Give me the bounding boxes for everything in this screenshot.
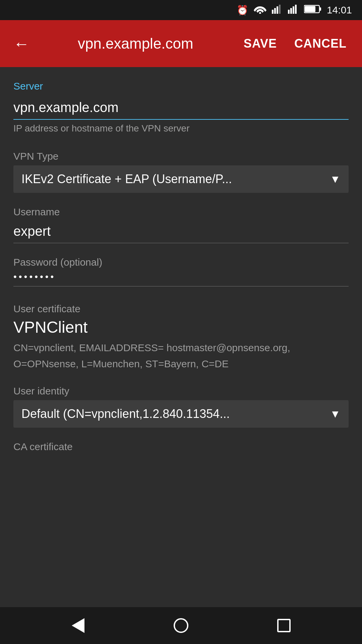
vpn-type-value: IKEv2 Certificate + EAP (Username/P...: [21, 172, 232, 186]
battery-icon: [304, 5, 321, 16]
nav-bar: [0, 607, 362, 644]
ca-cert-label: CA certificate: [13, 441, 349, 452]
signal-icon: [272, 4, 283, 16]
app-bar-title: vpn.example.com: [40, 35, 232, 52]
user-identity-arrow-icon: ▼: [330, 408, 341, 420]
alarm-icon: ⏰: [237, 5, 248, 16]
cancel-button[interactable]: CANCEL: [289, 33, 352, 54]
user-certificate-section: User certificate VPNClient CN=vpnclient,…: [13, 303, 349, 372]
svg-rect-10: [319, 7, 321, 11]
wifi-icon: [254, 4, 266, 16]
svg-rect-8: [295, 5, 297, 14]
server-label: Server: [13, 80, 349, 92]
save-button[interactable]: SAVE: [238, 33, 282, 54]
password-label: Password (optional): [13, 257, 349, 268]
signal2-icon: [288, 4, 299, 16]
svg-rect-2: [274, 8, 276, 14]
user-cert-label: User certificate: [13, 303, 349, 315]
svg-rect-11: [305, 6, 315, 12]
vpn-type-dropdown[interactable]: IKEv2 Certificate + EAP (Username/P... ▼: [13, 165, 349, 193]
user-identity-dropdown[interactable]: Default (CN=vpnclient,1.2.840.11354... ▼: [13, 400, 349, 428]
nav-home-button[interactable]: [168, 612, 194, 639]
svg-rect-7: [293, 6, 294, 14]
vpn-type-arrow-icon: ▼: [330, 173, 341, 185]
svg-rect-5: [288, 10, 290, 14]
user-identity-label: User identity: [13, 385, 349, 397]
user-identity-value: Default (CN=vpnclient,1.2.840.11354...: [21, 407, 230, 421]
form-content: Server IP address or hostname of the VPN…: [0, 67, 362, 607]
status-bar: ⏰: [0, 0, 362, 20]
nav-back-icon: [72, 618, 84, 633]
username-input[interactable]: [13, 221, 349, 243]
status-time: 14:01: [327, 4, 352, 16]
app-bar: ← vpn.example.com SAVE CANCEL: [0, 20, 362, 67]
svg-rect-1: [272, 10, 274, 14]
svg-point-0: [259, 12, 261, 14]
nav-recents-button[interactable]: [270, 612, 297, 639]
svg-rect-4: [279, 5, 281, 14]
cert-name: VPNClient: [13, 318, 349, 336]
status-icons: ⏰: [237, 4, 352, 16]
server-helper-text: IP address or hostname of the VPN server: [13, 123, 349, 134]
cert-details: CN=vpnclient, EMAILADDRESS= hostmaster@o…: [13, 340, 349, 372]
nav-home-icon: [174, 618, 188, 633]
username-label: Username: [13, 206, 349, 218]
svg-rect-3: [277, 6, 278, 14]
nav-back-button[interactable]: [65, 612, 92, 639]
back-button[interactable]: ←: [10, 31, 33, 56]
nav-recents-icon: [277, 619, 291, 632]
vpn-type-label: VPN Type: [13, 151, 349, 162]
svg-rect-6: [290, 8, 292, 14]
server-input[interactable]: [13, 97, 349, 120]
password-input[interactable]: ••••••••: [13, 271, 56, 282]
